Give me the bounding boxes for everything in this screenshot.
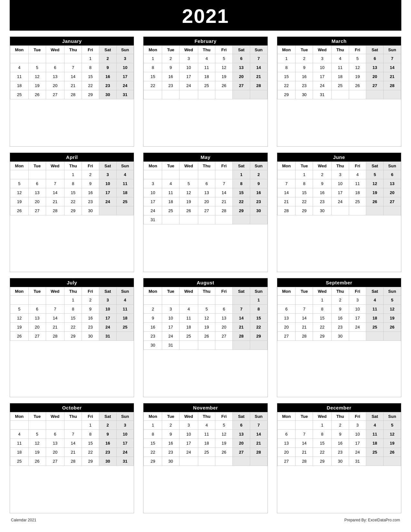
col-header-sun: Sun	[116, 46, 134, 54]
week-row: 1234	[10, 295, 134, 304]
col-header-wed: Wed	[179, 287, 198, 295]
month-title-april: April	[10, 153, 134, 162]
day-cell: 21	[64, 81, 82, 90]
day-cell: 23	[144, 331, 162, 340]
week-row: 17181920212223	[144, 197, 267, 206]
week-row: 2345678	[144, 304, 267, 313]
day-cell: 20	[384, 188, 401, 197]
day-cell	[233, 90, 250, 99]
day-cell: 16	[82, 188, 99, 197]
week-row: 22232425262728	[144, 448, 267, 457]
day-cell: 20	[366, 72, 384, 81]
day-cell	[116, 206, 134, 215]
day-cell: 30	[250, 206, 267, 215]
day-cell: 5	[198, 304, 215, 313]
col-header-sat: Sat	[99, 412, 116, 420]
day-cell: 1	[82, 54, 99, 63]
day-cell: 15	[296, 188, 313, 197]
day-cell: 14	[250, 63, 267, 72]
day-cell: 12	[215, 429, 233, 438]
day-cell	[28, 170, 46, 179]
week-row: 13141516171819	[277, 438, 401, 448]
col-header-tue: Tue	[296, 287, 313, 295]
col-header-sat: Sat	[233, 287, 250, 295]
day-cell	[277, 420, 296, 429]
day-cell: 26	[28, 457, 46, 466]
day-cell: 7	[296, 429, 313, 438]
day-cell: 20	[28, 197, 46, 206]
col-header-fri: Fri	[82, 412, 99, 420]
day-cell: 11	[162, 188, 180, 197]
day-cell	[179, 457, 198, 466]
day-cell: 19	[384, 313, 401, 322]
day-cell: 14	[64, 438, 82, 448]
col-header-sat: Sat	[233, 46, 250, 54]
day-cell: 8	[233, 179, 250, 188]
day-cell: 17	[162, 322, 180, 331]
col-header-mon: Mon	[144, 46, 162, 54]
day-cell	[215, 90, 233, 99]
week-row	[144, 90, 267, 99]
day-cell: 28	[296, 457, 313, 466]
week-row: 11121314151617	[10, 438, 134, 448]
day-cell: 16	[331, 313, 349, 322]
day-cell: 12	[10, 188, 29, 197]
day-cell: 3	[116, 54, 134, 63]
cal-table-february: MonTueWedThuFriSatSun1234567891011121314…	[143, 45, 267, 99]
month-november: NovemberMonTueWedThuFriSatSun12345678910…	[143, 403, 268, 513]
day-cell: 26	[215, 448, 233, 457]
month-title-june: June	[277, 153, 401, 162]
day-cell	[162, 295, 180, 304]
col-header-thu: Thu	[198, 412, 215, 420]
day-cell: 9	[296, 63, 313, 72]
day-cell	[99, 206, 116, 215]
col-header-wed: Wed	[179, 162, 198, 170]
week-row: 27282930	[277, 331, 401, 340]
week-row: 2627282930	[10, 206, 134, 215]
day-cell: 24	[99, 322, 116, 331]
week-row: 3031	[144, 340, 267, 350]
col-header-tue: Tue	[162, 46, 180, 54]
day-cell: 26	[179, 206, 198, 215]
month-title-february: February	[143, 37, 267, 45]
day-cell: 4	[366, 295, 384, 304]
day-cell: 26	[384, 448, 401, 457]
day-cell: 13	[277, 313, 296, 322]
day-cell: 16	[313, 188, 332, 197]
day-cell	[349, 331, 366, 340]
day-cell: 30	[296, 90, 313, 99]
day-cell: 7	[233, 304, 250, 313]
day-cell: 18	[331, 72, 349, 81]
day-cell	[384, 90, 401, 99]
day-cell	[179, 215, 198, 224]
day-cell: 18	[366, 438, 384, 448]
day-cell: 30	[331, 331, 349, 340]
day-cell	[277, 295, 296, 304]
day-cell: 25	[198, 448, 215, 457]
col-header-wed: Wed	[46, 46, 64, 54]
day-cell: 3	[349, 420, 366, 429]
week-row: 18192021222324	[10, 448, 134, 457]
day-cell: 9	[99, 429, 116, 438]
day-cell	[28, 54, 46, 63]
day-cell: 25	[116, 322, 134, 331]
day-cell: 13	[46, 72, 64, 81]
month-title-november: November	[143, 403, 267, 412]
day-cell: 29	[313, 331, 332, 340]
day-cell	[46, 54, 64, 63]
day-cell: 31	[349, 457, 366, 466]
week-row: 22232425262728	[144, 81, 267, 90]
day-cell: 26	[10, 331, 29, 340]
week-row: 1	[144, 295, 267, 304]
day-cell: 13	[28, 313, 46, 322]
day-cell: 29	[250, 331, 267, 340]
col-header-thu: Thu	[64, 287, 82, 295]
day-cell: 4	[198, 420, 215, 429]
month-april: AprilMonTueWedThuFriSatSun12345678910111…	[10, 153, 134, 272]
day-cell: 28	[250, 81, 267, 90]
day-cell: 22	[277, 81, 296, 90]
day-cell: 21	[46, 197, 64, 206]
day-cell	[64, 420, 82, 429]
day-cell: 3	[116, 420, 134, 429]
day-cell: 1	[82, 420, 99, 429]
